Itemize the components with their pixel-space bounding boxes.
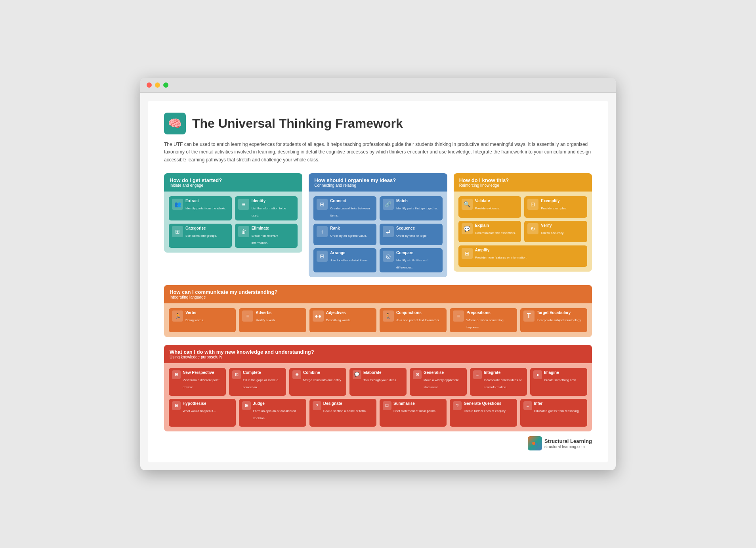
- card-prepositions: ≡ Prepositions Where or when something h…: [450, 308, 517, 332]
- card-connect: ⊞ Connect Create causal links between it…: [313, 196, 376, 220]
- sequence-icon: ⇄: [383, 226, 394, 237]
- blue-section-header: How should I organise my ideas? Connecti…: [309, 173, 447, 192]
- rank-icon: ↑: [317, 226, 328, 237]
- eliminate-icon: 🗑: [238, 226, 249, 237]
- svg-point-1: [535, 441, 537, 443]
- card-infer: ≡ Infer Educated guess from reasoning.: [520, 399, 587, 427]
- elaborate-icon: 💬: [353, 370, 361, 379]
- card-explain: 💬 Explain Communicate the essentials.: [458, 221, 521, 242]
- conjunctions-icon: 🚶: [383, 310, 394, 322]
- card-match: 🔗 Match Identify pairs that go together.: [380, 196, 443, 220]
- brand-url: structural-learning.com: [544, 445, 592, 449]
- card-new-perspective: ⊟ New Perspective View from a different …: [169, 368, 226, 396]
- compare-icon: ◎: [383, 251, 394, 262]
- blue-cards-grid: ⊞ Connect Create causal links between it…: [313, 196, 442, 272]
- card-elaborate: 💬 Elaborate Talk through your ideas.: [349, 368, 407, 396]
- section-green: How do I get started? Initiate and engag…: [164, 173, 302, 277]
- match-icon: 🔗: [383, 199, 394, 210]
- card-verbs: 🏃 Verbs Doing words.: [169, 308, 236, 332]
- identify-icon: ≡: [238, 199, 249, 210]
- verbs-icon: 🏃: [172, 310, 183, 322]
- card-complete: ⊡ Complete Fill in the gaps or make a co…: [229, 368, 286, 396]
- card-amplify: ⊞ Amplify Provide more features or infor…: [458, 245, 587, 267]
- card-verify: ↻ Verify Check accuracy.: [524, 221, 587, 242]
- yellow-cards-grid: 🔍 Validate Provide evidence. ⊡ Exemplify…: [458, 196, 587, 267]
- brand-name: Structural Learning: [544, 438, 592, 444]
- adverbs-icon: ≡: [242, 310, 253, 322]
- new-perspective-icon: ⊟: [172, 370, 181, 379]
- page-description: The UTF can be used to enrich learning e…: [164, 141, 592, 164]
- page-title: The Universal Thinking Framework: [192, 116, 403, 131]
- page-header: 🧠 The Universal Thinking Framework: [164, 113, 592, 134]
- integrate-icon: ≡: [473, 370, 482, 379]
- page-content: 🧠 The Universal Thinking Framework The U…: [148, 101, 608, 462]
- infer-icon: ≡: [523, 401, 532, 410]
- card-validate: 🔍 Validate Provide evidence.: [458, 196, 521, 218]
- brand: Structural Learning structural-learning.…: [528, 436, 592, 450]
- card-integrate: ≡ Integrate Incorporate others ideas or …: [470, 368, 527, 396]
- language-section-header: How can I communicate my understanding? …: [164, 285, 592, 303]
- minimize-button[interactable]: [155, 82, 160, 88]
- card-arrange: ⊟ Arrange Join together related items.: [313, 248, 376, 272]
- card-imagine: ● Imagine Create something new.: [530, 368, 587, 396]
- generate-questions-icon: ?: [453, 401, 462, 410]
- svg-point-0: [532, 442, 535, 445]
- card-exemplify: ⊡ Exemplify Provide examples.: [524, 196, 587, 218]
- categorise-icon: ⊞: [172, 226, 183, 237]
- card-generalise: ⊡ Generalise Make a widely applicable st…: [410, 368, 467, 396]
- card-generate-questions: ? Generate Questions Create further line…: [450, 399, 517, 427]
- svg-point-2: [535, 443, 537, 446]
- close-button[interactable]: [147, 82, 152, 88]
- card-compare: ◎ Compare Identify similarities and diff…: [380, 248, 443, 272]
- card-eliminate: 🗑 Eliminate Erase non-relevant informati…: [235, 224, 298, 248]
- connect-icon: ⊞: [317, 199, 328, 210]
- knowledge-row1: ⊟ New Perspective View from a different …: [169, 368, 587, 396]
- card-conjunctions: 🚶 Conjunctions Join one part of text to …: [380, 308, 447, 332]
- green-cards-grid: 👥 Extract Identify parts from the whole.…: [169, 196, 298, 248]
- maximize-button[interactable]: [163, 82, 168, 88]
- card-sequence: ⇄ Sequence Order by time or logic.: [380, 224, 443, 245]
- verify-icon: ↻: [527, 223, 538, 234]
- green-section-header: How do I get started? Initiate and engag…: [164, 173, 302, 192]
- browser-window: 🧠 The Universal Thinking Framework The U…: [140, 78, 616, 470]
- framework-icon: 🧠: [164, 113, 186, 134]
- complete-icon: ⊡: [232, 370, 241, 379]
- card-combine: ⊕ Combine Merge items into one entity.: [289, 368, 346, 396]
- card-summarise: ⊡ Summarise Brief statement of main poin…: [380, 399, 447, 427]
- card-adverbs: ≡ Adverbs Modify a verb.: [239, 308, 306, 332]
- explain-icon: 💬: [462, 223, 473, 234]
- footer: Structural Learning structural-learning.…: [164, 436, 592, 450]
- card-categorise: ⊞ Categorise Sort items into groups.: [169, 224, 232, 248]
- exemplify-icon: ⊡: [527, 199, 538, 210]
- target-vocab-icon: T: [523, 310, 535, 322]
- brand-logo: [528, 436, 542, 450]
- card-rank: ↑ Rank Order by an agreed value.: [313, 224, 376, 245]
- card-judge: ⊞ Judge Form an opinion or considered de…: [239, 399, 306, 427]
- designate-icon: ?: [313, 401, 321, 410]
- knowledge-body: ⊟ New Perspective View from a different …: [164, 363, 592, 431]
- card-identify: ≡ Identify List the information to be us…: [235, 196, 298, 220]
- knowledge-section: What can I do with my new knowledge and …: [164, 345, 592, 431]
- amplify-icon: ⊞: [462, 248, 473, 259]
- knowledge-section-header: What can I do with my new knowledge and …: [164, 345, 592, 363]
- hypothesise-icon: ⊟: [172, 401, 181, 410]
- combine-icon: ⊕: [292, 370, 301, 379]
- extract-icon: 👥: [172, 199, 183, 210]
- section-yellow: How do I know this? Reinforcing knowledg…: [454, 173, 592, 277]
- brand-logo-icon: [531, 439, 539, 448]
- yellow-section-header: How do I know this? Reinforcing knowledg…: [454, 173, 592, 192]
- browser-chrome: [140, 78, 616, 93]
- judge-icon: ⊞: [242, 401, 251, 410]
- card-adjectives: ●● Adjectives Describing words.: [309, 308, 376, 332]
- card-hypothesise: ⊟ Hypothesise What would happen if...: [169, 399, 236, 427]
- language-section: How can I communicate my understanding? …: [164, 285, 592, 337]
- card-designate: ? Designate Give a section a name or ter…: [309, 399, 376, 427]
- generalise-icon: ⊡: [413, 370, 422, 379]
- arrange-icon: ⊟: [317, 251, 328, 262]
- summarise-icon: ⊡: [383, 401, 391, 410]
- imagine-icon: ●: [533, 370, 542, 379]
- validate-icon: 🔍: [462, 199, 473, 210]
- section-blue: How should I organise my ideas? Connecti…: [309, 173, 447, 277]
- adjectives-icon: ●●: [313, 310, 324, 322]
- card-target-vocabulary: T Target Vocabulary Incorporate subject …: [520, 308, 587, 332]
